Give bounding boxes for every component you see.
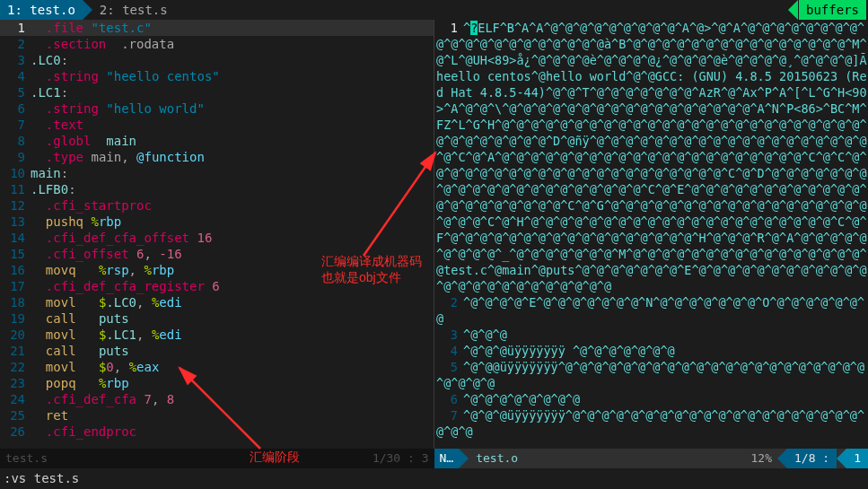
code-line[interactable]: 7 .text xyxy=(0,117,434,133)
status-mode: N… xyxy=(434,449,460,468)
code-line[interactable]: 10main: xyxy=(0,165,434,181)
binary-line[interactable]: 3^@^@^@ xyxy=(436,327,868,343)
buffers-tri-icon xyxy=(788,0,798,20)
status-position: 1/8 : xyxy=(787,449,837,468)
command-line[interactable]: :vs test.s xyxy=(0,468,868,488)
status-left-filename: test.s xyxy=(0,450,48,467)
editor-splits: 1 .file "test.c"2 .section .rodata3.LC0:… xyxy=(0,20,868,449)
binary-line[interactable]: 5^@^@@üÿÿÿÿÿÿÿ^@^@^@^@^@^@^@^@^@^@^@^@^@… xyxy=(436,359,868,391)
code-line[interactable]: 12 .cfi_startproc xyxy=(0,197,434,214)
code-line[interactable]: 17 .cfi_def_cfa_register 6 xyxy=(0,278,434,294)
code-line[interactable]: 26 .cfi_endproc xyxy=(0,424,434,440)
code-line[interactable]: 22 movl $0, %eax xyxy=(0,359,434,375)
tab-arrow-icon xyxy=(83,0,92,20)
code-line[interactable]: 8 .globl main xyxy=(0,133,434,149)
status-right: N… test.o 12% 1/8 : 1 xyxy=(434,449,869,468)
code-line[interactable]: 14 .cfi_def_cfa_offset 16 xyxy=(0,230,434,246)
left-pane[interactable]: 1 .file "test.c"2 .section .rodata3.LC0:… xyxy=(0,20,434,449)
code-line[interactable]: 18 movl $.LC0, %edi xyxy=(0,294,434,310)
status-column: 1 xyxy=(846,449,868,468)
code-line[interactable]: 23 popq %rbp xyxy=(0,375,434,391)
status-bar: test.s 1/30 : 3 N… test.o 12% 1/8 : 1 xyxy=(0,449,868,468)
code-line[interactable]: 16 movq %rsp, %rbp xyxy=(0,262,434,278)
status-left: test.s 1/30 : 3 xyxy=(0,449,434,468)
code-line[interactable]: 19 call puts xyxy=(0,310,434,327)
code-line[interactable]: 1 .file "test.c" xyxy=(0,20,434,36)
code-line[interactable]: 21 call puts xyxy=(0,343,434,359)
tab-active[interactable]: 1: test.o xyxy=(0,0,83,20)
buffers-badge[interactable]: buffers xyxy=(799,0,866,20)
code-line[interactable]: 25 ret xyxy=(0,407,434,424)
right-pane[interactable]: 1^?ELF^B^A^A^@^@^@^@^@^@^@^@^@^A^@>^@^A^… xyxy=(434,20,868,449)
status-percent: 12% xyxy=(746,450,777,467)
binary-line[interactable]: 6^@^@^@^@^@^@^@^@ xyxy=(436,391,868,407)
binary-line[interactable]: 4^@^@^@üÿÿÿÿÿÿÿ ^@^@^@^@^@^@^@ xyxy=(436,343,868,359)
code-line[interactable]: 13 pushq %rbp xyxy=(0,214,434,230)
binary-line[interactable]: 1^?ELF^B^A^A^@^@^@^@^@^@^@^@^@^A^@>^@^A^… xyxy=(436,20,868,294)
code-line[interactable]: 6 .string "hello world" xyxy=(0,100,434,117)
code-line[interactable]: 11.LFB0: xyxy=(0,181,434,197)
tab-bar: 1: test.o 2: test.s buffers xyxy=(0,0,868,20)
mode-tri-icon xyxy=(459,449,469,468)
code-line[interactable]: 20 movl $.LC1, %edi xyxy=(0,327,434,343)
code-line[interactable]: 5.LC1: xyxy=(0,84,434,100)
status-right-filename: test.o xyxy=(469,450,518,467)
tab-inactive[interactable]: 2: test.s xyxy=(92,0,175,20)
code-line[interactable]: 3.LC0: xyxy=(0,52,434,68)
col-tri-icon xyxy=(837,449,846,468)
code-line[interactable]: 15 .cfi_offset 6, -16 xyxy=(0,246,434,262)
binary-line[interactable]: 2^@^@^@^@^E^@^@^@^@^@^@^@^N^@^@^@^@^@^@^… xyxy=(436,294,868,327)
status-left-position: 1/30 : 3 xyxy=(373,450,434,467)
code-line[interactable]: 9 .type main, @function xyxy=(0,149,434,165)
code-line[interactable]: 4 .string "heello centos" xyxy=(0,68,434,84)
binary-line[interactable]: 7^@^@^@üÿÿÿÿÿÿÿ^@^@^@^@^@^@^@^@^@^@^@^@^… xyxy=(436,407,868,440)
code-line[interactable]: 2 .section .rodata xyxy=(0,36,434,52)
pos-tri-icon xyxy=(777,449,787,468)
code-line[interactable]: 24 .cfi_def_cfa 7, 8 xyxy=(0,391,434,407)
